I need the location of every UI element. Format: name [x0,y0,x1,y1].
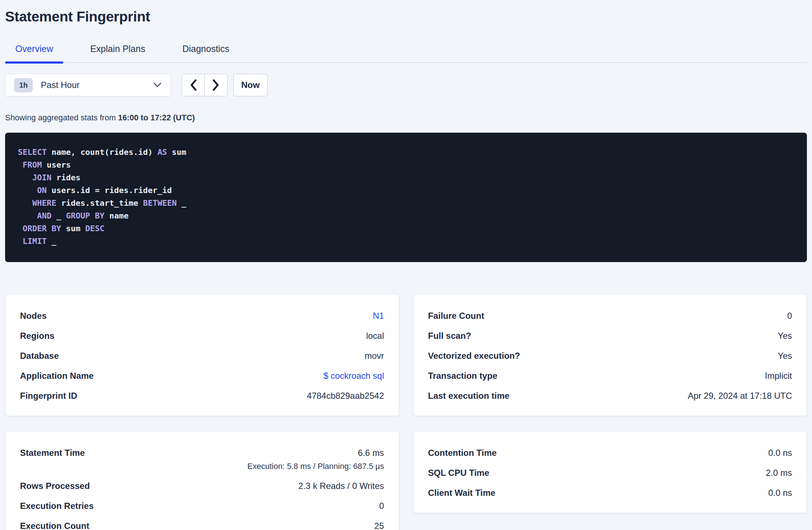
stat-value-wrap: 0.0 ns [768,448,792,458]
tab-bar: OverviewExplain PlansDiagnostics [5,38,807,63]
stat-label: Database [20,351,59,361]
aggregated-stats-note: Showing aggregated stats from 16:00 to 1… [5,113,807,123]
stat-row-database: Databasemovr [20,346,384,366]
stat-row-rows-processed: Rows Processed2.3 k Reads / 0 Writes [20,476,384,496]
stat-row-fingerprint-id: Fingerprint ID4784cb829aab2542 [20,386,384,406]
stat-row-full-scan: Full scan?Yes [428,326,792,346]
tab-explain-plans[interactable]: Explain Plans [80,38,155,62]
stat-label: Statement Time [20,448,85,458]
stat-value-wrap: 0 [379,501,384,511]
stat-row-vectorized-execution: Vectorized execution?Yes [428,346,792,366]
stat-label: Contention Time [428,448,497,458]
stat-value-wrap: 0 [787,311,792,321]
stat-label: SQL CPU Time [428,468,490,478]
stat-value-wrap: $ cockroach sql [323,371,384,381]
stat-label: Execution Retries [20,501,94,511]
stat-value-wrap: Yes [778,331,792,341]
statement-fingerprint-page: Statement Fingerprint OverviewExplain Pl… [0,0,812,530]
stat-value-link[interactable]: N1 [373,311,384,321]
stat-row-contention-time: Contention Time0.0 ns [428,443,792,463]
stat-value-wrap: 25 [374,521,384,530]
time-range-badge: 1h [14,78,33,92]
sql-code-line: FROM users [18,158,796,171]
stat-value: movr [365,351,384,361]
stat-row-statement-time: Statement Time6.6 msExecution: 5.8 ms / … [20,443,384,476]
stat-value: 25 [374,521,384,530]
chevron-right-icon [212,79,220,91]
stat-row-sql-cpu-time: SQL CPU Time2.0 ms [428,463,792,483]
sql-code-line: ORDER BY sum DESC [18,222,796,235]
stat-row-last-execution-time: Last execution timeApr 29, 2024 at 17:18… [428,386,792,406]
stat-subvalue: Execution: 5.8 ms / Planning: 687.5 µs [248,462,384,471]
stat-value-wrap: Implicit [765,371,792,381]
stat-value: 0 [787,311,792,321]
stat-row-execution-count: Execution Count25 [20,516,384,530]
chevron-left-icon [190,79,197,91]
stat-label: Regions [20,331,55,341]
stat-value-wrap: 2.0 ms [766,468,792,478]
stat-value-wrap: 0.0 ns [768,488,792,498]
sql-code-line: AND _ GROUP BY name [18,209,796,222]
aggregated-stats-range: 16:00 to 17:22 (UTC) [118,113,195,122]
stat-label: Last execution time [428,391,510,401]
stat-row-execution-retries: Execution Retries0 [20,496,384,516]
stat-row-client-wait-time: Client Wait Time0.0 ns [428,483,792,503]
sql-code-line: SELECT name, count(rides.id) AS sum [18,146,796,158]
tab-diagnostics[interactable]: Diagnostics [172,38,240,62]
stat-label: Transaction type [428,371,498,381]
stat-value-link[interactable]: $ cockroach sql [323,371,384,381]
stat-value-wrap: 2.3 k Reads / 0 Writes [298,481,384,491]
stat-label: Rows Processed [20,481,90,491]
stat-label: Failure Count [428,311,485,321]
stat-label: Client Wait Time [428,488,495,498]
chevron-down-icon [153,82,162,88]
stat-row-nodes: NodesN1 [20,306,384,326]
time-range-select[interactable]: 1h Past Hour [5,74,171,96]
sql-code-line: LIMIT _ [18,235,796,248]
stat-value-wrap: Apr 29, 2024 at 17:18 UTC [688,391,792,401]
stat-row-failure-count: Failure Count0 [428,306,792,326]
stat-value: 2.0 ms [766,468,792,478]
previous-time-button[interactable] [182,74,205,96]
performance-card-right: Contention Time0.0 nsSQL CPU Time2.0 msC… [413,431,807,513]
stat-value: 4784cb829aab2542 [307,391,384,401]
time-step-group [182,74,228,96]
time-toolbar: 1h Past Hour Now [5,74,807,96]
tab-overview[interactable]: Overview [5,38,63,62]
stat-value-wrap: 4784cb829aab2542 [307,391,384,401]
sql-code-line: JOIN rides [18,171,796,184]
stat-row-application-name: Application Name$ cockroach sql [20,366,384,386]
stat-value: 0 [379,501,384,511]
stat-value-wrap: 6.6 msExecution: 5.8 ms / Planning: 687.… [248,448,384,471]
stat-label: Fingerprint ID [20,391,77,401]
stat-label: Vectorized execution? [428,351,520,361]
page-title: Statement Fingerprint [5,9,807,25]
stat-label: Nodes [20,311,47,321]
time-range-label: Past Hour [41,80,153,90]
aggregated-stats-prefix: Showing aggregated stats from [5,113,116,122]
stat-label: Execution Count [20,521,89,530]
stat-value: local [366,331,384,341]
stat-cards-grid: NodesN1RegionslocalDatabasemovrApplicati… [5,294,807,530]
now-button[interactable]: Now [233,74,268,96]
performance-card-left: Statement Time6.6 msExecution: 5.8 ms / … [5,431,399,530]
sql-statement-box: SELECT name, count(rides.id) AS sum FROM… [5,133,807,262]
stat-label: Application Name [20,371,94,381]
next-time-button[interactable] [205,74,227,96]
stat-value-wrap: local [366,331,384,341]
summary-card-left: NodesN1RegionslocalDatabasemovrApplicati… [5,294,399,416]
sql-code-line: ON users.id = rides.rider_id [18,184,796,197]
stat-value: 2.3 k Reads / 0 Writes [298,481,384,491]
stat-row-regions: Regionslocal [20,326,384,346]
stat-value: 0.0 ns [768,488,792,498]
stat-value-wrap: N1 [373,311,384,321]
stat-value: 0.0 ns [768,448,792,458]
stat-value: Yes [778,331,792,341]
stat-value: Yes [778,351,792,361]
stat-value-wrap: Yes [778,351,792,361]
stat-value: Implicit [765,371,792,381]
sql-code-line: WHERE rides.start_time BETWEEN _ [18,197,796,209]
stat-value: 6.6 ms [358,448,384,458]
summary-card-right: Failure Count0Full scan?YesVectorized ex… [413,294,807,416]
stat-value-wrap: movr [365,351,384,361]
